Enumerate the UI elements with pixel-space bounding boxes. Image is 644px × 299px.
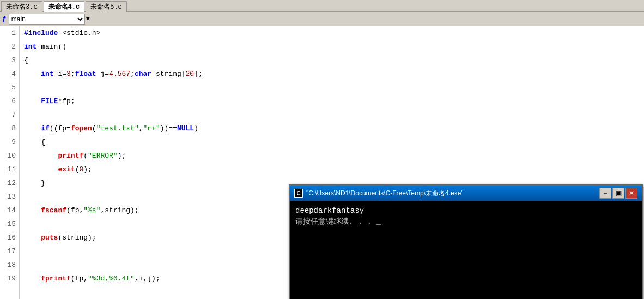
line-num-11: 11 (3, 163, 16, 176)
editor-area: 1 2 3 4 5 6 7 8 9 10 11 12 13 14 15 16 1… (0, 26, 644, 299)
terminal-body: deepdarkfantasy 请按任意键继续. . . _ (290, 201, 642, 299)
code-line-6: FILE*fp; (24, 94, 640, 108)
line-numbers: 1 2 3 4 5 6 7 8 9 10 11 12 13 14 15 16 1… (0, 26, 20, 299)
line-num-16: 16 (3, 231, 16, 244)
code-line-4: int i=3;float j=4.567;char string[20]; (24, 67, 640, 81)
terminal-window: C "C:\Users\ND1\Documents\C-Free\Temp\未命… (289, 184, 643, 299)
line-num-1: 1 (3, 26, 16, 40)
terminal-restore-button[interactable]: ▣ (612, 188, 624, 199)
terminal-title: "C:\Users\ND1\Documents\C-Free\Temp\未命名4… (306, 189, 599, 198)
code-line-8: if((fp=fopen("test.txt","r+"))==NULL) (24, 122, 640, 135)
function-bar: ƒ main ▼ (0, 12, 644, 26)
code-line-7 (24, 108, 640, 122)
line-num-5: 5 (3, 81, 16, 94)
code-line-2: int main() (24, 40, 640, 53)
code-line-10: printf("ERROR"); (24, 149, 640, 163)
code-line-9: { (24, 135, 640, 149)
code-line-3: { (24, 53, 640, 67)
terminal-titlebar: C "C:\Users\ND1\Documents\C-Free\Temp\未命… (290, 186, 642, 201)
function-icon: ƒ (2, 15, 7, 23)
terminal-close-button[interactable]: ✕ (625, 188, 637, 199)
terminal-output-line1: deepdarkfantasy (295, 205, 636, 216)
line-num-7: 7 (3, 108, 16, 122)
dropdown-arrow: ▼ (86, 15, 90, 23)
terminal-output-line2: 请按任意键继续. . . _ (295, 216, 636, 227)
tab-unnamed4[interactable]: 未命名4.c (44, 1, 85, 12)
line-num-18: 18 (3, 258, 16, 272)
line-num-9: 9 (3, 135, 16, 149)
code-line-11: exit(0); (24, 163, 640, 176)
line-num-14: 14 (3, 204, 16, 217)
line-num-15: 15 (3, 217, 16, 231)
line-num-12: 12 (3, 176, 16, 190)
line-num-17: 17 (3, 244, 16, 258)
line-num-8: 8 (3, 122, 16, 135)
line-num-3: 3 (3, 53, 16, 67)
function-dropdown[interactable]: main (9, 14, 85, 25)
tab-bar: 未命名3.c 未命名4.c 未命名5.c (0, 0, 644, 12)
terminal-minimize-button[interactable]: − (599, 188, 611, 199)
line-num-4: 4 (3, 67, 16, 81)
line-num-13: 13 (3, 190, 16, 204)
terminal-icon: C (294, 189, 303, 198)
line-num-2: 2 (3, 40, 16, 53)
tab-unnamed5[interactable]: 未命名5.c (86, 1, 127, 12)
tab-unnamed3[interactable]: 未命名3.c (1, 1, 42, 12)
line-num-10: 10 (3, 149, 16, 163)
line-num-6: 6 (3, 94, 16, 108)
line-num-19: 19 (3, 272, 16, 285)
code-line-5 (24, 81, 640, 94)
code-line-1: #include <stdio.h> (24, 26, 640, 40)
terminal-buttons: − ▣ ✕ (599, 188, 637, 199)
